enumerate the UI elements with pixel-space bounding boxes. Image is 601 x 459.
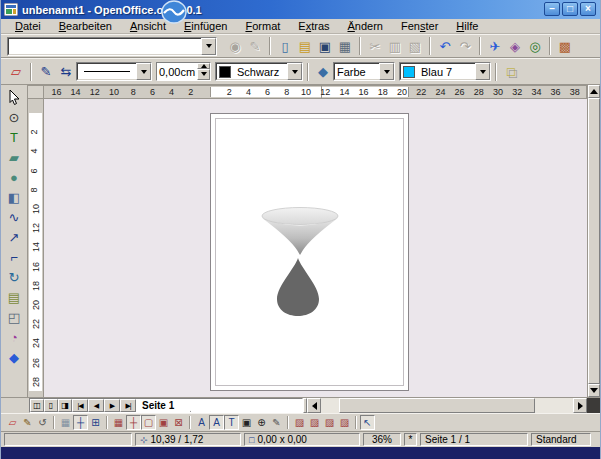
snap-to-page-margins-icon[interactable]: ▢ (141, 415, 156, 430)
gluepoints-mode-icon[interactable]: ✎ (20, 415, 35, 430)
gallery-icon[interactable]: ◈ (505, 36, 525, 56)
edit-points-mode-icon[interactable]: ▱ (5, 415, 20, 430)
3d-objects-tool-icon[interactable]: ◆ (3, 347, 25, 367)
hyperlink-icon[interactable]: ◎ (525, 36, 545, 56)
zoom-tool-icon[interactable]: ⊙ (3, 107, 25, 127)
scroll-up-button[interactable] (588, 85, 600, 98)
snap-to-snap-lines-icon[interactable]: ┼ (126, 415, 141, 430)
status-page-field[interactable]: Seite 1 / 1 (420, 433, 528, 446)
page[interactable] (210, 113, 409, 391)
window-resize-corner[interactable] (587, 398, 600, 413)
status-position-field[interactable]: ⊹ 10,39 / 1,72 (135, 433, 241, 446)
new-document-icon[interactable]: ▯ (275, 36, 295, 56)
drawing-canvas[interactable] (44, 99, 587, 397)
pointer-mode-icon[interactable]: ↖ (360, 415, 375, 430)
fill-color-value[interactable]: Blau 7 (418, 63, 475, 80)
edit-file-icon[interactable]: ✎ (245, 36, 265, 56)
quick-edit-icon[interactable]: A (194, 415, 209, 430)
alignment-tool-icon[interactable]: ▤ (3, 287, 25, 307)
previous-page-button[interactable]: ◀ (88, 399, 104, 412)
layer-mode-button[interactable]: ◨ (58, 399, 72, 412)
edit-points-icon[interactable]: ▱ (6, 62, 26, 82)
title-bar[interactable]: unbenannt1 - OpenOffice.org 1.0.1 –□× (1, 0, 600, 19)
fill-type-combobox[interactable]: Farbe (333, 62, 395, 81)
copy-icon[interactable]: ▥ (385, 36, 405, 56)
scroll-left-button[interactable] (307, 398, 321, 413)
insert-image-icon[interactable]: ▩ (555, 36, 575, 56)
line-color-value[interactable]: Schwarz (234, 63, 287, 80)
horizontal-scrollbar-thumb[interactable] (339, 398, 536, 413)
fill-color-combobox[interactable]: Blau 7 (399, 62, 491, 81)
snap-to-object-points-icon[interactable]: ⊠ (171, 415, 186, 430)
status-size-field[interactable]: □ 0,00 x 0,00 (244, 433, 360, 446)
select-tool-icon[interactable] (3, 87, 25, 107)
connector-tool-icon[interactable]: ⌐ (3, 247, 25, 267)
area-style-icon[interactable]: ◆ (313, 62, 333, 82)
vertical-scrollbar-thumb[interactable] (588, 98, 600, 384)
minimize-button[interactable]: – (544, 2, 560, 16)
paste-icon[interactable]: ▧ (405, 36, 425, 56)
menu-bearbeiten[interactable]: Bearbeiten (50, 19, 121, 33)
use-grid-icon[interactable]: ⊞ (88, 415, 103, 430)
navigator-icon[interactable]: ✈ (485, 36, 505, 56)
exit-all-groups-icon[interactable]: ⊕ (254, 415, 269, 430)
horizontal-scrollbar[interactable] (307, 398, 587, 413)
line-width-decrease-button[interactable] (197, 69, 210, 80)
snap-to-object-border-icon[interactable]: ▣ (156, 415, 171, 430)
ellipse-tool-icon[interactable]: ● (3, 167, 25, 187)
double-click-edit-text-icon[interactable]: T (224, 415, 239, 430)
placeholder-text-icon[interactable]: ▨ (307, 415, 322, 430)
placeholder-draft-icon[interactable]: ▨ (322, 415, 337, 430)
scroll-down-button[interactable] (588, 384, 600, 397)
line-arrow-tool-icon[interactable]: ↗ (3, 227, 25, 247)
close-button[interactable]: × (580, 2, 596, 16)
rotate-tool-icon[interactable]: ↻ (3, 267, 25, 287)
page-mode-button[interactable]: ◫ (30, 399, 44, 412)
show-snap-lines-icon[interactable]: ┼ (73, 415, 88, 430)
menu-datei[interactable]: Datei (6, 19, 50, 33)
url-input[interactable] (8, 38, 201, 55)
horizontal-scrollbar-track[interactable] (321, 398, 573, 413)
vertical-scrollbar[interactable] (587, 85, 600, 397)
3d-object-tool-icon[interactable]: ◧ (3, 187, 25, 207)
placeholder-all-icon[interactable]: ▨ (337, 415, 352, 430)
menu-extras[interactable]: Extras (289, 19, 338, 33)
first-page-button[interactable]: |◀ (72, 399, 88, 412)
status-style-field[interactable]: Standard (531, 433, 591, 446)
line-color-dropdown-button[interactable] (287, 63, 302, 80)
fill-color-dropdown-button[interactable] (475, 63, 490, 80)
scroll-right-button[interactable] (573, 398, 587, 413)
line-style-dropdown-button[interactable] (136, 63, 151, 80)
stop-loading-icon[interactable]: ◉ (225, 36, 245, 56)
redo-icon[interactable]: ↷ (455, 36, 475, 56)
status-zoom-field[interactable]: 36% (363, 433, 401, 446)
cut-icon[interactable]: ✂ (365, 36, 385, 56)
maximize-button[interactable]: □ (562, 2, 578, 16)
line-style-combobox[interactable] (76, 62, 152, 81)
undo-icon[interactable]: ↶ (435, 36, 455, 56)
line-width-spinner[interactable]: 0,00cm (156, 62, 211, 81)
line-ends-icon[interactable]: ⇆ (56, 62, 76, 82)
menu-ndern[interactable]: Ändern (339, 19, 392, 33)
next-page-button[interactable]: ▶ (104, 399, 120, 412)
line-color-combobox[interactable]: Schwarz (215, 62, 303, 81)
page-tab-seite-1[interactable]: Seite 1 (136, 399, 191, 412)
select-text-area-icon[interactable]: A (209, 415, 224, 430)
funnel-drop-shape[interactable] (247, 206, 351, 320)
show-grid-icon[interactable]: ▦ (58, 415, 73, 430)
vertical-ruler[interactable]: 246810121416182022242628 (28, 99, 44, 397)
placeholder-graphics-icon[interactable]: ▨ (292, 415, 307, 430)
effects-tool-icon[interactable]: ◔ (3, 327, 25, 347)
master-mode-button[interactable]: ▯ (44, 399, 58, 412)
open-document-icon[interactable]: ▤ (295, 36, 315, 56)
url-combobox[interactable] (7, 37, 217, 56)
menu-hilfe[interactable]: Hilfe (447, 19, 487, 33)
snap-to-grid-icon[interactable]: ▦ (111, 415, 126, 430)
menu-format[interactable]: Format (236, 19, 289, 33)
menu-fenster[interactable]: Fenster (392, 19, 447, 33)
last-page-button[interactable]: ▶| (120, 399, 136, 412)
line-width-value[interactable]: 0,00cm (157, 63, 197, 80)
rectangle-tool-icon[interactable]: ▰ (3, 147, 25, 167)
arrange-tool-icon[interactable]: ◰ (3, 307, 25, 327)
url-dropdown-button[interactable] (201, 38, 216, 55)
